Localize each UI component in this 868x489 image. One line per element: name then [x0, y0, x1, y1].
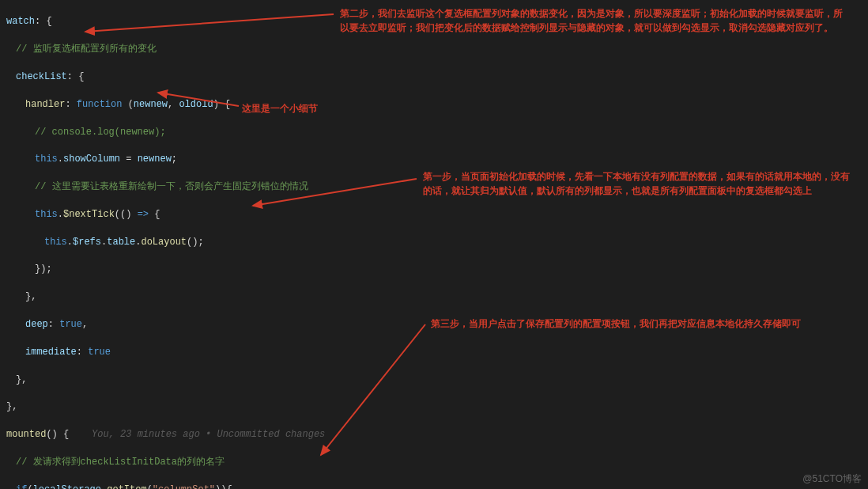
- code-line: watch: {: [6, 15, 868, 28]
- code-editor[interactable]: watch: { // 监听复选框配置列所有的变化 checkList: { h…: [0, 0, 868, 489]
